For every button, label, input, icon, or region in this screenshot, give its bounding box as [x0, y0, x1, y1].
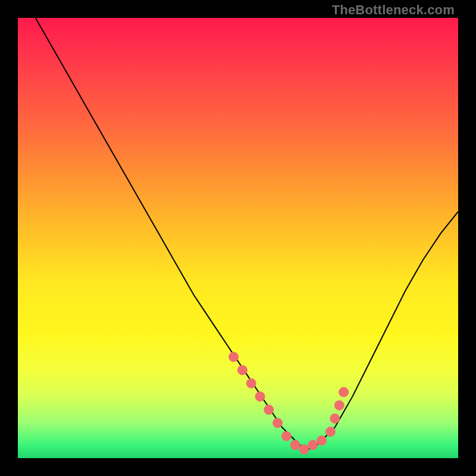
chart-frame: TheBottleneck.com	[0, 0, 476, 476]
optimal-dot	[273, 418, 283, 428]
optimal-dot	[264, 405, 274, 415]
optimal-dot	[325, 427, 335, 437]
optimal-dot	[281, 431, 291, 441]
optimal-dot	[330, 414, 340, 423]
optimal-dot	[246, 378, 256, 388]
optimal-dot	[317, 436, 327, 445]
optimal-dot	[237, 365, 247, 375]
chart-svg	[18, 18, 458, 458]
optimal-dot	[334, 400, 344, 410]
optimal-dot	[290, 440, 300, 450]
optimal-range-dots	[229, 352, 349, 454]
optimal-dot	[308, 440, 318, 450]
optimal-dot	[229, 352, 239, 362]
optimal-dot	[339, 387, 349, 397]
optimal-dot	[299, 444, 309, 454]
optimal-dot	[255, 392, 265, 401]
chart-plot-area	[18, 18, 458, 458]
watermark-text: TheBottleneck.com	[332, 2, 455, 18]
